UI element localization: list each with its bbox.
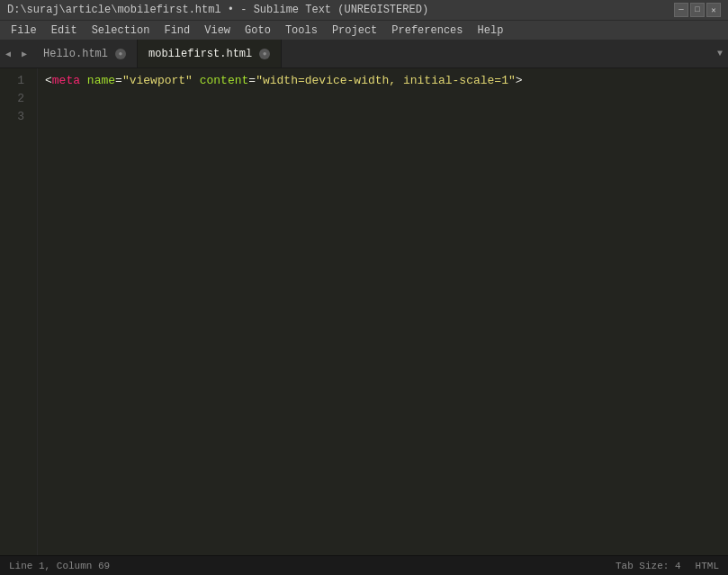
menu-selection[interactable]: Selection [85,22,157,39]
line-numbers: 1 2 3 [0,68,38,555]
syntax-label: HTML [696,561,719,571]
tab-nav-left-button[interactable]: ◀ [0,40,16,67]
cursor-position: Line 1, Column 69 [9,561,110,571]
tok-attr-content: content [200,72,249,90]
menu-bar: File Edit Selection Find View Goto Tools… [0,20,728,40]
tab-hello-html[interactable]: Hello.html ● [32,40,138,67]
tab-hello-html-label: Hello.html [43,48,108,60]
menu-project[interactable]: Project [325,22,384,39]
tok-tag-meta: meta [52,72,80,90]
maximize-button[interactable]: □ [690,3,705,17]
tab-mobilefirst-html-close[interactable]: ● [259,49,270,59]
code-line-1: <meta name="viewport" content="width=dev… [45,72,728,90]
tok-str-viewport: "viewport" [122,72,193,90]
window-controls[interactable]: ─ □ ✕ [674,3,721,17]
tok-close-bracket: > [516,72,523,90]
menu-view[interactable]: View [197,22,238,39]
menu-help[interactable]: Help [471,22,511,39]
tab-nav-right-button[interactable]: ▶ [16,40,32,67]
menu-edit[interactable]: Edit [44,22,85,39]
minimize-button[interactable]: ─ [674,3,688,17]
title-bar: D:\suraj\article\mobilefirst.html • - Su… [0,0,728,20]
tab-mobilefirst-html-label: mobilefirst.html [148,48,252,60]
code-line-3 [45,108,728,126]
tab-hello-html-close[interactable]: ● [115,49,126,59]
tab-bar: ◀ ▶ Hello.html ● mobilefirst.html ● ▼ [0,40,728,68]
window-title: D:\suraj\article\mobilefirst.html • - Su… [7,4,428,16]
line-number-1: 1 [0,72,30,90]
code-editor[interactable]: <meta name="viewport" content="width=dev… [38,68,728,555]
tok-attr-name: name [87,72,115,90]
status-left: Line 1, Column 69 [9,561,110,571]
menu-find[interactable]: Find [157,22,197,39]
line-number-2: 2 [0,90,30,108]
status-bar: Line 1, Column 69 Tab Size: 4 HTML [0,555,728,575]
status-right: Tab Size: 4 HTML [616,561,719,571]
menu-file[interactable]: File [4,22,44,39]
close-button[interactable]: ✕ [706,3,721,17]
editor-area: 1 2 3 <meta name="viewport" content="wid… [0,68,728,555]
menu-goto[interactable]: Goto [238,22,278,39]
tok-str-content-value: "width=device-width, initial-scale=1" [256,72,516,90]
line-number-3: 3 [0,108,30,126]
tab-overflow-button[interactable]: ▼ [712,40,728,67]
tab-size: Tab Size: 4 [616,561,681,571]
tab-mobilefirst-html[interactable]: mobilefirst.html ● [138,40,282,67]
tok-open-bracket: < [45,72,52,90]
menu-preferences[interactable]: Preferences [384,22,470,39]
menu-tools[interactable]: Tools [278,22,325,39]
code-line-2 [45,90,728,108]
